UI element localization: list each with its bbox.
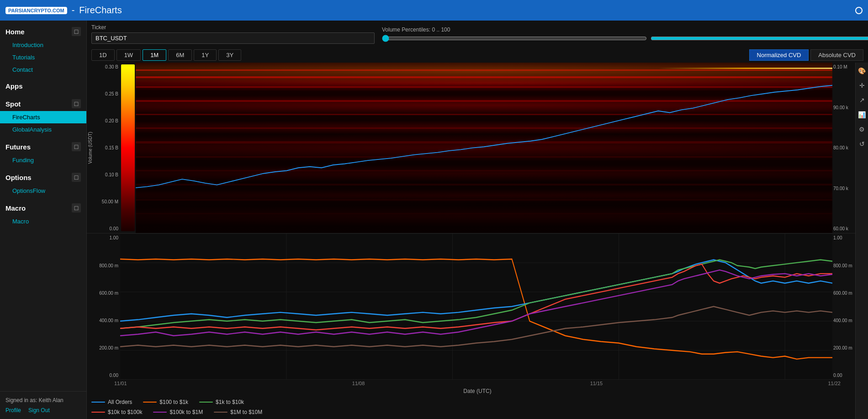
right-toolbar: 🎨 ✛ ↗ 📊 ⚙ ↺ <box>855 63 868 419</box>
sign-out-link[interactable]: Sign Out <box>28 407 50 414</box>
legend-10k-100k: $10k to $100k <box>91 409 142 415</box>
legend-line-blue <box>91 402 105 403</box>
profile-link[interactable]: Profile <box>5 407 21 414</box>
date-11-15: 11/15 <box>590 381 603 386</box>
time-btn-6m[interactable]: 6M <box>168 49 192 61</box>
legend-area: All Orders $100 to $1k $1k to $10k $10k … <box>87 395 868 419</box>
time-buttons-row: 1D 1W 1M 6M 1Y 3Y Normalized CVD Absolut… <box>87 48 868 63</box>
sidebar-item-globalanalysis[interactable]: GlobalAnalysis <box>0 123 86 136</box>
cvd-chart-body <box>120 233 832 380</box>
date-11-08: 11/08 <box>352 381 365 386</box>
cvd-svg <box>120 233 832 380</box>
legend-label-all-orders: All Orders <box>108 399 132 405</box>
heatmap-y-ticks: 0.30 B 0.25 B 0.20 B 0.15 B 0.10 B 50.00… <box>95 63 120 233</box>
legend-label-1k-10k: $1k to $10k <box>216 399 244 405</box>
options-label: Options <box>5 174 32 181</box>
legend-line-green <box>199 402 213 403</box>
futures-section: Futures □ <box>0 136 86 154</box>
volume-slider[interactable] <box>382 35 647 42</box>
charts-area: Volume (USDT) 0.30 B 0.25 B 0.20 B 0.15 … <box>87 63 868 419</box>
legend-line-orange <box>143 402 157 403</box>
sidebar-item-macro[interactable]: Macro <box>0 215 86 228</box>
legend-label-100-1k: $100 to $1k <box>159 399 188 405</box>
legend-label-100k-1m: $100k to $1M <box>169 409 203 415</box>
sidebar-item-funding[interactable]: Funding <box>0 154 86 166</box>
move-icon[interactable]: ✛ <box>857 81 867 90</box>
home-label: Home <box>5 28 25 36</box>
sidebar-bottom: Signed in as: Keith Alan Profile Sign Ou… <box>0 391 86 419</box>
time-btn-3y[interactable]: 3Y <box>218 49 241 61</box>
legend-label-10k-100k: $10k to $100k <box>108 409 142 415</box>
cvd-btn-normalized[interactable]: Normalized CVD <box>749 49 809 61</box>
macro-collapse-btn[interactable]: □ <box>72 203 81 212</box>
spot-section: Spot □ <box>0 93 86 111</box>
legend-label-1m-10m: $1M to $10M <box>230 409 262 415</box>
time-btn-1y[interactable]: 1Y <box>194 49 217 61</box>
topbar-title: FireCharts <box>79 5 122 16</box>
legend-row-2: $10k to $100k $100k to $1M $1M to $10M <box>91 409 863 415</box>
futures-collapse-btn[interactable]: □ <box>72 142 81 151</box>
legend-line-purple <box>153 412 167 413</box>
ticker-label: Ticker <box>91 24 375 31</box>
sidebar-item-introduction[interactable]: Introduction <box>0 39 86 51</box>
legend-100k-1m: $100k to $1M <box>153 409 203 415</box>
macro-section: Macro □ <box>0 197 86 215</box>
window-controls[interactable] <box>855 7 863 14</box>
color-wheel-icon[interactable]: 🎨 <box>857 66 867 75</box>
legend-line-red <box>91 412 105 413</box>
legend-100-1k: $100 to $1k <box>143 399 188 405</box>
time-btn-1d[interactable]: 1D <box>91 49 115 61</box>
ticker-section: Ticker <box>91 24 375 44</box>
legend-row-1: All Orders $100 to $1k $1k to $10k <box>91 399 863 405</box>
topbar: PARSIANCRYPTO.COM - FireCharts <box>0 0 868 21</box>
refresh-icon[interactable]: ↺ <box>857 139 867 149</box>
apps-section: Apps <box>0 76 86 93</box>
heatmap-y-label: Volume (USDT) <box>87 63 95 233</box>
signed-in-label: Signed in as: Keith Alan <box>5 397 81 403</box>
options-section: Options □ <box>0 166 86 185</box>
sidebar-item-tutorials[interactable]: Tutorials <box>0 51 86 64</box>
ticker-input[interactable] <box>91 32 375 44</box>
sidebar-item-optionsflow[interactable]: OptionsFlow <box>0 185 86 197</box>
macro-label: Macro <box>5 204 26 212</box>
legend-line-brown <box>214 412 228 413</box>
cvd-y-ticks: 1.00 800.00 m 600.00 m 400.00 m 200.00 m… <box>95 233 120 380</box>
time-btn-1m[interactable]: 1M <box>143 49 166 61</box>
topbar-separator: - <box>72 5 75 16</box>
x-axis-label: Date (UTC) <box>87 387 868 395</box>
legend-1m-10m: $1M to $10M <box>214 409 262 415</box>
cursor-icon[interactable]: ↗ <box>857 95 867 105</box>
volume-slider-max[interactable] <box>651 35 868 42</box>
sidebar-item-contact[interactable]: Contact <box>0 64 86 76</box>
cvd-btn-absolute[interactable]: Absolute CVD <box>810 49 863 61</box>
legend-all-orders: All Orders <box>91 399 132 405</box>
volume-section: Volume Percentiles: 0 .. 100 <box>382 27 868 42</box>
date-row: 11/01 11/08 11/15 11/22 <box>87 380 868 387</box>
heatmap-body <box>136 63 832 233</box>
sidebar-item-firecharts[interactable]: FireCharts <box>0 111 86 123</box>
colorbar <box>121 64 135 231</box>
logo: PARSIANCRYPTO.COM <box>5 7 67 14</box>
legend-1k-10k: $1k to $10k <box>199 399 244 405</box>
content-area: Ticker Volume Percentiles: 0 .. 100 1D 1… <box>87 21 868 419</box>
chart-toolbar: Ticker Volume Percentiles: 0 .. 100 <box>87 21 868 48</box>
price-line-svg <box>136 63 832 233</box>
date-11-22: 11/22 <box>828 381 841 386</box>
spot-label: Spot <box>5 100 21 108</box>
home-section: Home □ <box>0 21 86 39</box>
volume-label: Volume Percentiles: 0 .. 100 <box>382 27 868 33</box>
options-collapse-btn[interactable]: □ <box>72 173 81 182</box>
time-btn-1w[interactable]: 1W <box>116 49 141 61</box>
date-11-01: 11/01 <box>114 381 127 386</box>
sidebar: Home □ Introduction Tutorials Contact Ap… <box>0 21 87 419</box>
settings-icon[interactable]: ⚙ <box>857 125 867 134</box>
spot-collapse-btn[interactable]: □ <box>72 99 81 108</box>
home-collapse-btn[interactable]: □ <box>72 27 81 36</box>
futures-label: Futures <box>5 143 31 151</box>
apps-label: Apps <box>5 82 23 90</box>
chart-icon[interactable]: 📊 <box>857 110 867 119</box>
